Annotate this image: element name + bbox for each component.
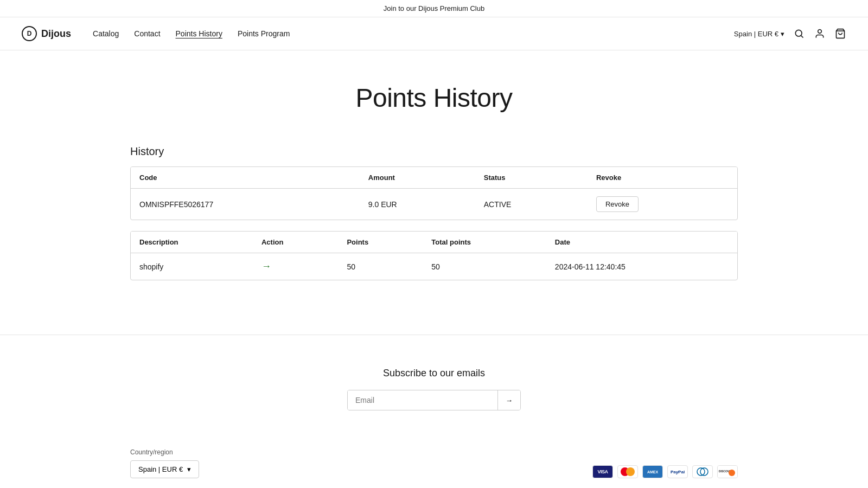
cart-icon[interactable]: [834, 28, 846, 40]
currency-chevron-icon: ▾: [781, 30, 784, 38]
email-input[interactable]: [348, 390, 497, 410]
history-section-title: History: [130, 145, 738, 158]
points-total: 50: [423, 253, 546, 280]
logo-text: Dijous: [41, 28, 71, 40]
col-code: Code: [131, 167, 360, 189]
col-total-points: Total points: [423, 232, 546, 253]
logo-icon: D: [22, 26, 37, 41]
nav-catalog[interactable]: Catalog: [93, 29, 119, 38]
site-header: D Dijous Catalog Contact Points History …: [0, 17, 868, 50]
email-submit-button[interactable]: →: [497, 390, 520, 410]
country-selector[interactable]: Spain | EUR € ▾: [130, 460, 199, 478]
voucher-table-container: Code Amount Status Revoke OMNISPFFE50261…: [130, 166, 738, 220]
logo-link[interactable]: D Dijous: [22, 26, 71, 41]
nav-contact[interactable]: Contact: [134, 29, 160, 38]
email-form: →: [347, 390, 521, 410]
currency-selector[interactable]: Spain | EUR € ▾: [734, 30, 784, 38]
action-arrow-icon: →: [261, 261, 271, 272]
main-content: Points History History Code Amount Statu…: [108, 50, 760, 335]
announcement-text: Join to our Dijous Premium Club: [384, 4, 484, 12]
mastercard-payment-icon: [617, 465, 638, 478]
col-status: Status: [475, 167, 588, 189]
header-right: Spain | EUR € ▾: [734, 28, 846, 40]
header-left: D Dijous Catalog Contact Points History …: [22, 26, 290, 41]
svg-point-2: [818, 30, 822, 34]
discover-payment-icon: DISCOVER: [717, 465, 738, 478]
voucher-revoke-cell: Revoke: [588, 189, 737, 220]
submit-arrow-icon: →: [506, 396, 513, 404]
country-label: Country/region: [130, 448, 199, 456]
voucher-amount: 9.0 EUR: [360, 189, 475, 220]
diners-payment-icon: [692, 465, 713, 478]
amex-payment-icon: AMEX: [642, 465, 663, 478]
voucher-code: OMNISPFFE5026177: [131, 189, 360, 220]
revoke-button[interactable]: Revoke: [596, 196, 639, 212]
search-icon[interactable]: [793, 28, 805, 40]
points-amount: 50: [338, 253, 423, 280]
voucher-table: Code Amount Status Revoke OMNISPFFE50261…: [131, 167, 737, 220]
nav-points-history[interactable]: Points History: [176, 29, 222, 38]
points-table-container: Description Action Points Total points D…: [130, 231, 738, 280]
points-description: shopify: [131, 253, 253, 280]
points-action: →: [253, 253, 338, 280]
table-row: shopify → 50 50 2024-06-11 12:40:45: [131, 253, 737, 280]
announcement-bar: Join to our Dijous Premium Club: [0, 0, 868, 17]
country-value: Spain | EUR €: [138, 465, 183, 473]
svg-line-1: [801, 36, 803, 38]
col-revoke: Revoke: [588, 167, 737, 189]
subscribe-section: Subscribe to our emails →: [0, 335, 868, 432]
col-action: Action: [253, 232, 338, 253]
points-table: Description Action Points Total points D…: [131, 232, 737, 280]
payment-icons: VISA AMEX PayPal: [592, 465, 738, 478]
country-region-section: Country/region Spain | EUR € ▾: [130, 448, 199, 478]
visa-payment-icon: VISA: [592, 465, 613, 478]
country-chevron-icon: ▾: [187, 465, 191, 473]
col-description: Description: [131, 232, 253, 253]
svg-point-8: [729, 470, 735, 476]
footer-bottom: Country/region Spain | EUR € ▾ VISA AMEX…: [108, 432, 760, 488]
page-title: Points History: [130, 83, 738, 113]
subscribe-title: Subscribe to our emails: [22, 368, 846, 379]
account-icon[interactable]: [814, 28, 826, 40]
col-points: Points: [338, 232, 423, 253]
col-amount: Amount: [360, 167, 475, 189]
nav-points-program[interactable]: Points Program: [238, 29, 290, 38]
main-nav: Catalog Contact Points History Points Pr…: [93, 29, 290, 38]
points-date: 2024-06-11 12:40:45: [546, 253, 737, 280]
currency-value: Spain | EUR €: [734, 30, 778, 38]
footer-row: Country/region Spain | EUR € ▾ VISA AMEX…: [130, 448, 738, 478]
svg-point-0: [795, 30, 802, 36]
col-date: Date: [546, 232, 737, 253]
table-row: OMNISPFFE5026177 9.0 EUR ACTIVE Revoke: [131, 189, 737, 220]
voucher-status: ACTIVE: [475, 189, 588, 220]
paypal-payment-icon: PayPal: [667, 465, 688, 478]
